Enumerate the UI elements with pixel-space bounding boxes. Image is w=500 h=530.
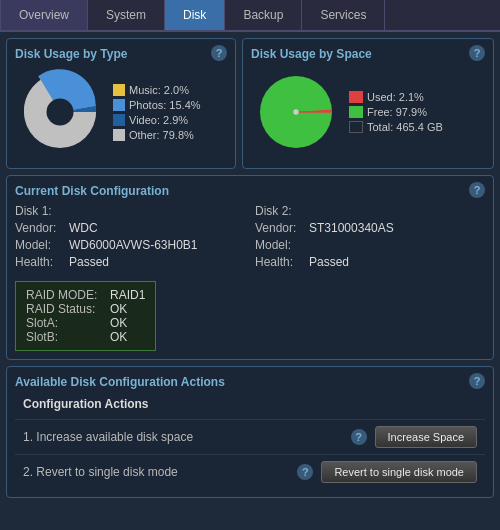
disk-usage-space-chart-container: Used: 2.1% Free: 97.9% Total: 465.4 GB <box>251 67 485 160</box>
disk1-model-row: Model: WD6000AVWS-63H0B1 <box>15 238 245 252</box>
disk-usage-space-help[interactable]: ? <box>469 45 485 61</box>
disk-info-grid: Disk 1: Vendor: WDC Model: WD6000AVWS-63… <box>15 204 485 269</box>
svg-point-4 <box>293 109 298 114</box>
action-row-1: 1. Increase available disk space ? Incre… <box>15 419 485 454</box>
legend-music: Music: 2.0% <box>113 84 201 96</box>
disk2-health-row: Health: Passed <box>255 255 485 269</box>
disk1-col: Disk 1: Vendor: WDC Model: WD6000AVWS-63… <box>15 204 245 269</box>
disk-config-title: Current Disk Configuration <box>15 184 485 198</box>
action-row-2: 2. Revert to single disk mode ? Revert t… <box>15 454 485 489</box>
space-legend-free: Free: 97.9% <box>349 106 443 118</box>
raid-slotA-row: SlotA: OK <box>26 316 145 330</box>
tab-overview[interactable]: Overview <box>0 0 88 30</box>
disk2-vendor-row: Vendor: ST31000340AS <box>255 221 485 235</box>
disk-usage-type-legend: Music: 2.0% Photos: 15.4% Video: 2.9% Ot… <box>113 84 201 144</box>
actions-panel: Available Disk Configuration Actions ? C… <box>6 366 494 498</box>
disk-config-help[interactable]: ? <box>469 182 485 198</box>
tab-backup[interactable]: Backup <box>225 0 302 30</box>
disk-config-panel: Current Disk Configuration ? Disk 1: Ven… <box>6 175 494 360</box>
actions-title: Available Disk Configuration Actions <box>15 375 485 389</box>
tab-system[interactable]: System <box>88 0 165 30</box>
disk-usage-space-title: Disk Usage by Space <box>251 47 485 61</box>
config-actions-header: Configuration Actions <box>15 397 485 411</box>
legend-photos: Photos: 15.4% <box>113 99 201 111</box>
raid-box: RAID MODE: RAID1 RAID Status: OK SlotA: … <box>15 281 156 351</box>
space-used-color <box>349 91 363 103</box>
disk-usage-space-panel: Disk Usage by Space ? <box>242 38 494 169</box>
raid-status-row: RAID Status: OK <box>26 302 145 316</box>
disk1-vendor-row: Vendor: WDC <box>15 221 245 235</box>
main-content: Disk Usage by Type ? <box>0 32 500 530</box>
disk-usage-space-legend: Used: 2.1% Free: 97.9% Total: 465.4 GB <box>349 91 443 136</box>
disk-usage-type-panel: Disk Usage by Type ? <box>6 38 236 169</box>
legend-other: Other: 79.8% <box>113 129 201 141</box>
disk1-label-row: Disk 1: <box>15 204 245 218</box>
disk2-label-row: Disk 2: <box>255 204 485 218</box>
action-1-label: 1. Increase available disk space <box>23 430 343 444</box>
raid-mode-row: RAID MODE: RAID1 <box>26 288 145 302</box>
disk-usage-type-pie <box>15 67 105 160</box>
space-total-color <box>349 121 363 133</box>
legend-music-color <box>113 84 125 96</box>
svg-point-1 <box>47 99 74 126</box>
tab-disk[interactable]: Disk <box>165 0 225 30</box>
tab-services[interactable]: Services <box>302 0 385 30</box>
increase-space-button[interactable]: Increase Space <box>375 426 477 448</box>
space-free-color <box>349 106 363 118</box>
legend-video-color <box>113 114 125 126</box>
legend-video: Video: 2.9% <box>113 114 201 126</box>
disk2-col: Disk 2: Vendor: ST31000340AS Model: Heal… <box>255 204 485 269</box>
disk1-health-row: Health: Passed <box>15 255 245 269</box>
disk-usage-type-title: Disk Usage by Type <box>15 47 227 61</box>
disk2-model-row: Model: <box>255 238 485 252</box>
actions-help[interactable]: ? <box>469 373 485 389</box>
nav-tabs: Overview System Disk Backup Services <box>0 0 500 32</box>
legend-other-color <box>113 129 125 141</box>
panels-row: Disk Usage by Type ? <box>6 38 494 169</box>
disk-usage-type-chart-container: Music: 2.0% Photos: 15.4% Video: 2.9% Ot… <box>15 67 227 160</box>
action-2-help[interactable]: ? <box>297 464 313 480</box>
disk-usage-space-pie <box>251 67 341 160</box>
space-legend-total: Total: 465.4 GB <box>349 121 443 133</box>
disk-usage-type-help[interactable]: ? <box>211 45 227 61</box>
legend-photos-color <box>113 99 125 111</box>
raid-slotB-row: SlotB: OK <box>26 330 145 344</box>
space-legend-used: Used: 2.1% <box>349 91 443 103</box>
action-2-label: 2. Revert to single disk mode <box>23 465 289 479</box>
revert-single-disk-button[interactable]: Revert to single disk mode <box>321 461 477 483</box>
action-1-help[interactable]: ? <box>351 429 367 445</box>
